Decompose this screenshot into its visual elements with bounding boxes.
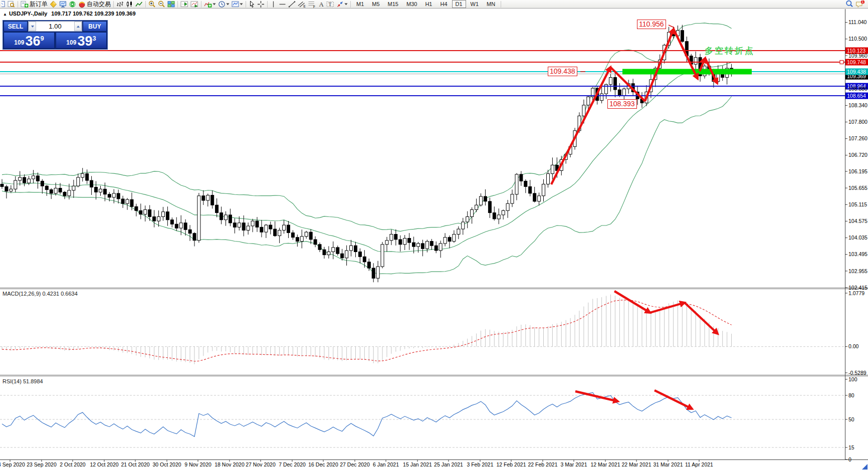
label-tool-button[interactable]: T xyxy=(325,0,335,8)
trend-arrows-layer[interactable] xyxy=(551,25,718,409)
collapse-triangle-icon[interactable]: ▲ xyxy=(3,12,7,17)
date-label[interactable]: 7 Dec 2020 xyxy=(279,461,306,467)
zoom-out-button[interactable] xyxy=(157,0,166,8)
candle-body xyxy=(265,225,268,232)
date-label[interactable]: 15 Jan 2021 xyxy=(403,461,432,467)
tf-button-M30[interactable]: M30 xyxy=(403,0,420,8)
date-label[interactable]: 2 Oct 2020 xyxy=(60,461,86,467)
date-label[interactable]: 6 Jan 2021 xyxy=(373,461,399,467)
volume-decrease-button[interactable] xyxy=(29,22,36,31)
dropdown-caret-icon[interactable] xyxy=(240,3,243,6)
trend-arrow[interactable] xyxy=(655,390,692,409)
signals-button[interactable] xyxy=(68,0,77,8)
tf-button-D1[interactable]: D1 xyxy=(452,0,466,8)
auto-trading-button[interactable]: 自动交易 xyxy=(77,0,112,8)
candle-body xyxy=(367,262,370,268)
volume-stepper[interactable]: 1.00 xyxy=(28,21,82,32)
support-zone-bar[interactable] xyxy=(622,69,752,75)
date-label[interactable]: 25 Jan 2021 xyxy=(434,461,463,467)
crosshair-tool-button[interactable] xyxy=(256,0,266,8)
date-label[interactable]: 14 Sep 2020 xyxy=(0,461,25,467)
auto-scroll-button[interactable] xyxy=(189,0,199,8)
buy-button[interactable]: BUY xyxy=(83,21,107,32)
date-label[interactable]: 27 Nov 2020 xyxy=(246,461,276,467)
candlestick-chart-button[interactable] xyxy=(125,0,134,8)
date-label[interactable]: 30 Oct 2020 xyxy=(152,461,181,467)
tf-button-M5[interactable]: M5 xyxy=(368,0,383,8)
trend-arrow[interactable] xyxy=(650,303,685,313)
candle-body xyxy=(345,251,348,258)
periods-menu-button[interactable] xyxy=(217,0,231,8)
date-label[interactable]: 22 Feb 2021 xyxy=(528,461,558,467)
date-label[interactable]: 3 Feb 2021 xyxy=(467,461,493,467)
text-tool-button[interactable]: A xyxy=(317,0,325,8)
buy-price[interactable]: 109393 xyxy=(56,32,107,49)
support-zone-layer[interactable] xyxy=(622,69,752,75)
bar-chart-button[interactable] xyxy=(115,0,125,8)
tf-button-M15[interactable]: M15 xyxy=(384,0,402,8)
candle-body xyxy=(95,187,98,192)
tf-button-M1[interactable]: M1 xyxy=(353,0,367,8)
dropdown-caret-icon[interactable] xyxy=(226,3,230,6)
date-label[interactable]: 18 Nov 2020 xyxy=(214,461,245,467)
candle-body xyxy=(77,177,80,186)
dropdown-caret-icon[interactable] xyxy=(344,3,348,6)
fibonacci-tool-button[interactable]: F xyxy=(307,0,317,8)
price-annotation-109.438[interactable]: 109.438 xyxy=(548,67,577,76)
search-icon xyxy=(845,0,853,8)
sell-price[interactable]: 109369 xyxy=(4,32,55,49)
date-label[interactable]: 11 Apr 2021 xyxy=(685,461,713,467)
chart-shift-button[interactable] xyxy=(179,0,189,8)
new-order-button[interactable]: 新订单 xyxy=(20,0,49,8)
horizontal-line-tool-button[interactable] xyxy=(278,0,287,8)
trend-arrow[interactable] xyxy=(551,67,610,184)
date-label[interactable]: 12 Mar 2021 xyxy=(591,461,620,467)
date-label[interactable]: 16 Dec 2020 xyxy=(308,461,338,467)
date-label[interactable]: 22 Mar 2021 xyxy=(622,461,652,467)
line-selection-handle[interactable] xyxy=(840,61,843,64)
date-label[interactable]: 27 Dec 2020 xyxy=(340,461,370,467)
macd-layer xyxy=(0,295,845,364)
tf-button-H1[interactable]: H1 xyxy=(421,0,436,8)
tf-button-H4[interactable]: H4 xyxy=(437,0,451,8)
date-label[interactable]: 23 Sep 2020 xyxy=(27,461,57,467)
date-label[interactable]: 12 Feb 2021 xyxy=(497,461,526,467)
date-label[interactable]: 31 Mar 2021 xyxy=(654,461,683,467)
expert-advisors-button[interactable] xyxy=(49,0,58,8)
trend-arrow[interactable] xyxy=(685,303,718,334)
volume-increase-button[interactable] xyxy=(74,22,82,31)
toolbar-search-button[interactable] xyxy=(844,0,854,8)
tf-button-W1[interactable]: W1 xyxy=(467,0,483,8)
cursor-tool-button[interactable] xyxy=(248,0,256,8)
resize-grip[interactable] xyxy=(862,464,867,469)
price-annotation-110.956[interactable]: 110.956 xyxy=(637,20,666,29)
toolbar-separator xyxy=(113,1,114,8)
date-label[interactable]: 21 Oct 2020 xyxy=(121,461,149,467)
indicators-menu-button[interactable] xyxy=(203,0,217,8)
arrows-tool-button[interactable] xyxy=(335,0,349,8)
trend-arrow[interactable] xyxy=(645,29,674,101)
candle-body xyxy=(502,210,505,215)
vertical-line-tool-button[interactable] xyxy=(269,0,278,8)
date-label[interactable]: 3 Mar 2021 xyxy=(560,461,587,467)
market-watch-button[interactable] xyxy=(7,0,16,8)
templates-menu-button[interactable] xyxy=(231,0,244,8)
turning-point-annotation[interactable]: 多空转折点 xyxy=(705,45,755,57)
sell-button[interactable]: SELL xyxy=(4,21,28,32)
trendline-tool-button[interactable] xyxy=(287,0,297,8)
tile-windows-button[interactable] xyxy=(166,0,176,8)
line-chart-button[interactable] xyxy=(134,0,144,8)
volume-value[interactable]: 1.00 xyxy=(36,22,74,31)
window-menu-icon[interactable] xyxy=(1,0,7,8)
data-window-button[interactable] xyxy=(58,0,68,8)
price-annotation-108.393[interactable]: 108.393 xyxy=(607,99,637,109)
comments-button[interactable]: 1 xyxy=(854,0,866,8)
candle-body xyxy=(197,196,200,241)
equidistant-channel-tool-button[interactable]: E xyxy=(297,0,307,8)
dropdown-caret-icon[interactable] xyxy=(212,3,216,6)
chart-area[interactable]: 110.123109.748109.369109.438108.964108.6… xyxy=(0,0,868,470)
tf-button-MN[interactable]: MN xyxy=(483,0,499,8)
date-label[interactable]: 12 Oct 2020 xyxy=(90,461,118,467)
zoom-in-button[interactable] xyxy=(147,0,157,8)
date-label[interactable]: 9 Nov 2020 xyxy=(184,461,211,467)
